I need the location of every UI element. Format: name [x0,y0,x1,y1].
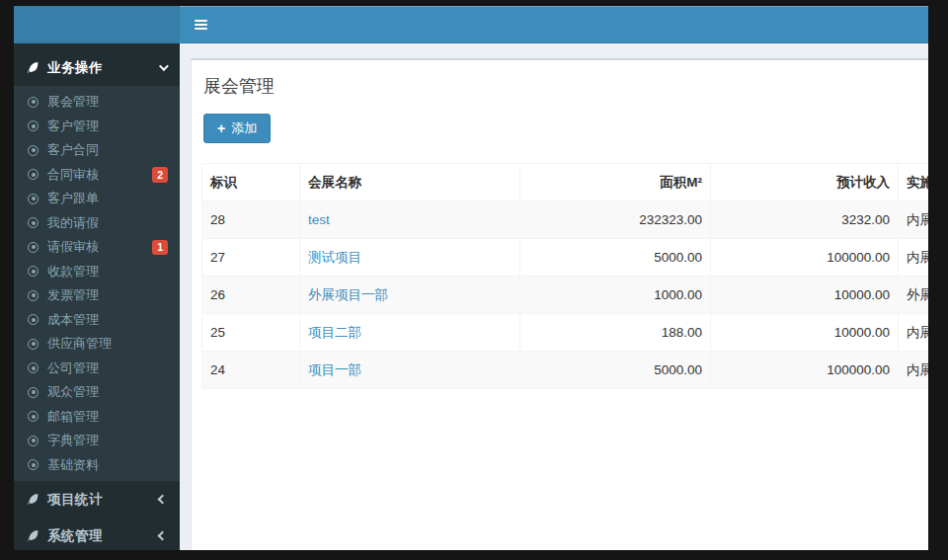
sidebar-item[interactable]: 字典管理 [14,429,180,453]
plus-icon: + [217,121,225,135]
notification-badge: 2 [152,167,168,183]
add-button[interactable]: + 添加 [203,114,271,143]
sidebar-item[interactable]: 观众管理 [14,380,180,405]
table-row: 28test232323.003232.00内展项目 [202,201,929,239]
exhibition-table: 标识会展名称面积M²预计收入实施部门 28test232323.003232.0… [201,163,928,389]
dot-circle-icon [28,459,39,470]
sidebar-item-label: 客户管理 [47,118,168,135]
cell-department: 内展项目 [899,239,929,277]
column-header: 实施部门 [899,164,929,201]
top-navbar [14,6,928,43]
cell-name: 测试项目 [300,239,520,277]
sidebar-item[interactable]: 邮箱管理 [14,405,180,430]
cell-name: 项目二部 [300,314,520,352]
leaf-icon [26,61,40,74]
leaf-icon [26,529,40,542]
cell-income: 3232.00 [711,201,899,239]
page-title: 展会管理 [203,74,928,98]
sidebar-item[interactable]: 发票管理 [14,283,180,308]
sidebar-item-label: 发票管理 [47,286,168,304]
cell-department: 内展项目 [899,314,929,352]
sidebar-item[interactable]: 基础资料 [14,453,180,478]
dot-circle-icon [28,97,39,108]
dot-circle-icon [28,242,39,253]
table-row: 27测试项目5000.00100000.00内展项目 [202,239,929,277]
cell-name: 项目一部 [300,352,520,389]
dot-circle-icon [28,145,39,156]
sidebar-item-label: 邮箱管理 [47,408,168,426]
column-header: 面积M² [520,164,711,201]
sidebar-item-label: 合同审核 [47,166,143,184]
dot-circle-icon [28,217,39,228]
cell-area: 5000.00 [520,352,711,389]
cell-area: 5000.00 [520,239,711,277]
dot-circle-icon [28,169,39,180]
sidebar-section-header-0[interactable]: 业务操作 [14,49,180,86]
notification-badge: 1 [152,240,168,256]
dot-circle-icon [28,387,39,398]
cell-area: 232323.00 [520,201,711,239]
dot-circle-icon [28,314,39,325]
exhibition-name-link[interactable]: 测试项目 [308,250,361,265]
content-box: 展会管理 + 添加 标识会展名称面积M²预计收入实施部门 28test23232… [191,58,928,550]
sidebar-item[interactable]: 请假审核1 [14,235,180,260]
table-row: 24项目一部5000.00100000.00内展项目 [202,352,929,389]
table-row: 26外展项目一部1000.0010000.00外展项目 [202,277,929,314]
column-header: 预计收入 [711,164,899,201]
sidebar-toggle-button[interactable] [180,6,221,42]
chevron-down-icon [159,61,169,71]
sidebar-item-label: 成本管理 [47,311,168,329]
sidebar-item-label: 供应商管理 [47,335,168,353]
sidebar-item-label: 客户跟单 [47,190,168,207]
sidebar-item[interactable]: 公司管理 [14,357,180,381]
cell-id: 24 [202,352,300,389]
hamburger-icon [195,18,207,32]
sidebar-item-label: 展会管理 [47,93,168,111]
sidebar-item[interactable]: 供应商管理 [14,332,180,357]
sidebar-item[interactable]: 展会管理 [14,90,180,115]
dot-circle-icon [28,120,39,131]
sidebar-item[interactable]: 客户跟单 [14,187,180,211]
cell-income: 10000.00 [711,277,899,314]
cell-name: 外展项目一部 [300,277,520,314]
sidebar-item[interactable]: 客户管理 [14,115,180,139]
dot-circle-icon [28,436,39,446]
column-header: 会展名称 [300,164,520,201]
logo-area [14,6,180,42]
chevron-left-icon [158,531,168,541]
exhibition-name-link[interactable]: test [308,212,330,227]
sidebar-item-label: 我的请假 [47,214,168,232]
sidebar-item-label: 公司管理 [47,360,168,377]
dot-circle-icon [28,290,39,301]
dot-circle-icon [28,339,39,350]
table-header-row: 标识会展名称面积M²预计收入实施部门 [202,164,929,201]
cell-id: 27 [202,239,300,277]
sidebar-item-label: 观众管理 [47,383,168,401]
exhibition-name-link[interactable]: 外展项目一部 [308,287,388,302]
sidebar-item-label: 客户合同 [47,141,168,159]
sidebar-item[interactable]: 成本管理 [14,308,180,333]
sidebar-section-header-2[interactable]: 系统管理 [14,518,180,550]
app-window: 业务操作展会管理客户管理客户合同合同审核2客户跟单我的请假请假审核1收款管理发票… [14,6,928,550]
dot-circle-icon [28,266,39,277]
add-button-label: 添加 [231,120,257,137]
sidebar-item[interactable]: 我的请假 [14,211,180,236]
exhibition-name-link[interactable]: 项目一部 [308,362,361,377]
dot-circle-icon [28,411,39,422]
sidebar-item[interactable]: 客户合同 [14,138,180,163]
cell-income: 100000.00 [711,239,899,277]
sidebar-section-header-1[interactable]: 项目统计 [14,481,180,518]
cell-department: 外展项目 [899,277,929,314]
dot-circle-icon [28,194,39,204]
cell-income: 10000.00 [711,314,899,352]
chevron-left-icon [158,495,168,505]
sidebar-item[interactable]: 合同审核2 [14,163,180,188]
section-label: 业务操作 [47,59,151,77]
cell-id: 28 [202,201,300,239]
column-header: 标识 [202,164,300,201]
cell-income: 100000.00 [711,352,899,389]
sidebar-item[interactable]: 收款管理 [14,260,180,284]
exhibition-name-link[interactable]: 项目二部 [308,325,361,340]
section-label: 项目统计 [47,491,151,509]
leaf-icon [26,493,40,506]
